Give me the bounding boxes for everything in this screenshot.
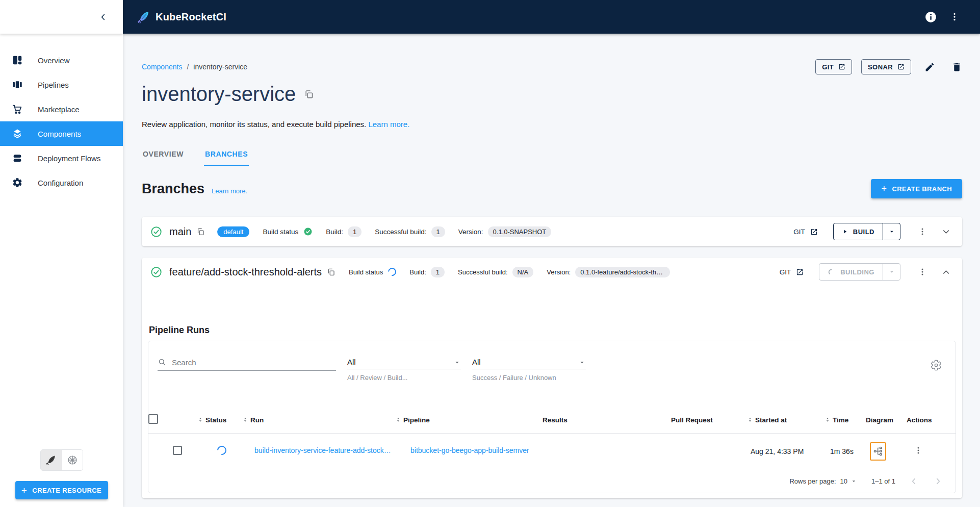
- branch-card-feature: feature/add-stock-threshold-alerts Build…: [142, 258, 962, 498]
- external-link-icon: [810, 228, 818, 236]
- sort-icon[interactable]: [824, 416, 831, 424]
- column-header-status[interactable]: Status: [205, 416, 226, 424]
- sidebar-item-overview[interactable]: Overview: [0, 48, 123, 72]
- build-options-caret-button[interactable]: [883, 264, 900, 280]
- column-header-started-at[interactable]: Started at: [755, 416, 787, 424]
- sidebar-item-marketplace[interactable]: Marketplace: [0, 97, 123, 121]
- kubernetes-view-toggle-button[interactable]: [62, 450, 83, 470]
- build-split-button: BUILD: [833, 223, 900, 240]
- column-header-results: Results: [543, 416, 568, 424]
- caret-down-icon: [850, 478, 857, 485]
- branch-kebab-menu-button[interactable]: [918, 267, 927, 276]
- topbar: KubeRocketCI: [123, 0, 980, 34]
- pencil-icon: [924, 62, 935, 72]
- caret-down-icon: [453, 359, 461, 366]
- branch-head-feature: feature/add-stock-threshold-alerts Build…: [142, 258, 962, 286]
- external-link-icon: [796, 268, 804, 276]
- pipeline-status-select[interactable]: All Success / Failure / Unknown: [472, 358, 586, 382]
- build-status-success-icon: [303, 227, 313, 236]
- run-link[interactable]: build-inventory-service-feature-add-stoc…: [254, 446, 391, 454]
- pipeline-run-row: build-inventory-service-feature-add-stoc…: [148, 434, 956, 469]
- rows-per-page-select[interactable]: 10: [840, 477, 857, 485]
- sidebar-collapse-button[interactable]: [99, 13, 108, 21]
- external-link-icon: [838, 63, 845, 70]
- sidebar-item-configuration[interactable]: Configuration: [0, 170, 123, 195]
- collapse-branch-button[interactable]: [941, 267, 951, 277]
- branch-actions: GIT BUILD: [793, 223, 951, 240]
- copy-branch-name-button[interactable]: [196, 227, 205, 236]
- pagination-range: 1–1 of 1: [871, 477, 895, 485]
- copy-icon: [327, 268, 336, 276]
- version-badge: 0.1.0-feature/add-stock-thres…: [575, 267, 670, 277]
- tab-branches[interactable]: BRANCHES: [204, 147, 249, 166]
- sidebar-item-pipelines[interactable]: Pipelines: [0, 72, 123, 97]
- diagram-icon: [873, 446, 884, 457]
- branches-heading: Branches Learn more.: [142, 181, 247, 197]
- chevron-up-icon: [941, 267, 951, 277]
- row-kebab-menu-button[interactable]: [914, 446, 923, 455]
- breadcrumb-components-link[interactable]: Components: [142, 63, 182, 71]
- column-header-time[interactable]: Time: [833, 416, 848, 424]
- gear-icon: [11, 176, 23, 189]
- info-button[interactable]: [924, 11, 937, 23]
- gear-icon: [930, 359, 942, 371]
- delete-button[interactable]: [951, 62, 962, 72]
- column-header-actions: Actions: [907, 416, 932, 424]
- page-content: Components / inventory-service GIT SONAR: [123, 34, 980, 507]
- topbar-actions: [924, 11, 960, 23]
- caret-down-icon: [888, 268, 895, 275]
- search-input[interactable]: [172, 358, 336, 367]
- brand[interactable]: KubeRocketCI: [137, 10, 226, 24]
- caret-down-icon: [578, 359, 586, 366]
- git-button[interactable]: GIT: [815, 59, 852, 74]
- next-page-button[interactable]: [934, 477, 942, 486]
- copy-branch-name-button[interactable]: [327, 268, 336, 276]
- branches-learn-more-link[interactable]: Learn more.: [212, 187, 247, 195]
- building-button[interactable]: BUILDING: [819, 264, 883, 280]
- branch-kebab-menu-button[interactable]: [918, 227, 927, 236]
- version-label: Version:: [547, 268, 571, 276]
- copy-title-button[interactable]: [304, 89, 314, 99]
- table-settings-button[interactable]: [930, 359, 942, 371]
- build-label: Build:: [326, 228, 343, 236]
- rows-per-page: Rows per page: 10: [789, 477, 857, 485]
- sonar-button[interactable]: SONAR: [861, 59, 911, 74]
- branch-git-link[interactable]: GIT: [780, 268, 804, 276]
- successful-build-label: Successful build:: [458, 268, 508, 276]
- branch-git-link[interactable]: GIT: [793, 228, 818, 236]
- sidebar-item-deployment-flows[interactable]: Deployment Flows: [0, 146, 123, 170]
- expand-branch-button[interactable]: [941, 227, 951, 237]
- column-header-pipeline[interactable]: Pipeline: [403, 416, 430, 424]
- previous-page-button[interactable]: [910, 477, 918, 486]
- sort-icon[interactable]: [242, 416, 249, 424]
- search-icon: [158, 358, 167, 367]
- build-label: Build:: [409, 268, 426, 276]
- create-branch-button[interactable]: + CREATE BRANCH: [871, 179, 962, 198]
- krci-view-toggle-button[interactable]: [41, 450, 62, 470]
- sidebar-item-label: Deployment Flows: [38, 154, 100, 163]
- sort-icon[interactable]: [395, 416, 402, 424]
- tab-overview[interactable]: OVERVIEW: [142, 147, 185, 166]
- brand-title: KubeRocketCI: [156, 11, 226, 23]
- row-checkbox[interactable]: [173, 446, 182, 455]
- create-resource-button[interactable]: + CREATE RESOURCE: [15, 481, 108, 499]
- topbar-kebab-menu-button[interactable]: [949, 12, 960, 22]
- pipeline-runs-card: All All / Review / Build... All: [148, 341, 956, 493]
- select-all-checkbox[interactable]: [148, 414, 158, 424]
- diagram-button[interactable]: [873, 446, 884, 457]
- table-header-row: Status Run Pipeline Results Pull Request…: [148, 414, 956, 434]
- edit-button[interactable]: [924, 62, 935, 72]
- pipeline-type-select[interactable]: All All / Review / Build...: [347, 358, 461, 382]
- sort-icon[interactable]: [197, 416, 204, 424]
- page-title: inventory-service: [142, 83, 962, 106]
- sidebar-header: [0, 0, 123, 34]
- sidebar-item-components[interactable]: Components: [0, 121, 123, 146]
- column-header-run[interactable]: Run: [250, 416, 264, 424]
- search-field[interactable]: [158, 358, 336, 371]
- description-learn-more-link[interactable]: Learn more.: [368, 120, 409, 129]
- started-at-cell: Aug 21, 4:33 PM: [751, 447, 804, 455]
- sort-icon[interactable]: [746, 416, 754, 424]
- build-options-caret-button[interactable]: [883, 223, 900, 240]
- build-button[interactable]: BUILD: [834, 223, 883, 240]
- pipeline-link[interactable]: bitbucket-go-beego-app-build-semver: [410, 446, 529, 454]
